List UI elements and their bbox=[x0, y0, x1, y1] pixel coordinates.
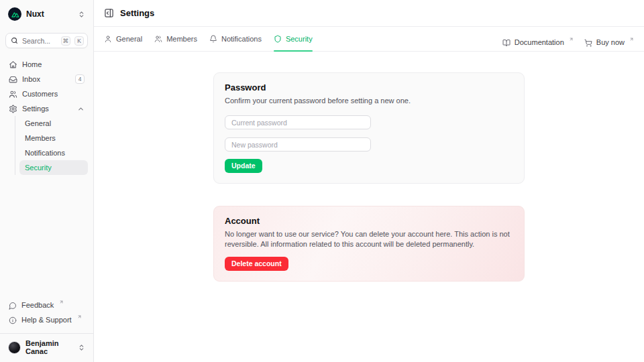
info-icon bbox=[9, 316, 17, 324]
buy-now-label: Buy now bbox=[596, 38, 625, 46]
sidebar-item-customers[interactable]: Customers bbox=[5, 86, 88, 101]
external-link-icon bbox=[629, 37, 634, 42]
password-card-title: Password bbox=[225, 82, 513, 93]
inbox-count-badge: 4 bbox=[75, 74, 85, 84]
user-name: Benjamin Canac bbox=[25, 339, 73, 355]
sidebar-item-home[interactable]: Home bbox=[5, 57, 88, 72]
search-input[interactable]: Search... ⌘ K bbox=[5, 33, 88, 48]
page-title: Settings bbox=[120, 8, 154, 18]
sidebar-spacer bbox=[5, 175, 88, 299]
sidebar-item-members[interactable]: Members bbox=[19, 131, 88, 145]
sidebar: Nuxt Search... ⌘ K Home bbox=[0, 0, 94, 362]
external-link-icon bbox=[569, 37, 574, 42]
home-icon bbox=[9, 60, 17, 69]
sidebar-item-label: Settings bbox=[22, 105, 49, 113]
feedback-link[interactable]: Feedback bbox=[5, 299, 88, 314]
tab-general[interactable]: General bbox=[104, 27, 142, 51]
avatar bbox=[8, 341, 21, 354]
sidebar-item-label: Customers bbox=[22, 90, 58, 98]
users-icon bbox=[154, 35, 162, 43]
sidebar-item-notifications[interactable]: Notifications bbox=[19, 145, 88, 160]
sub-item-label: General bbox=[25, 119, 51, 127]
kbd-k: K bbox=[74, 36, 84, 46]
message-circle-icon bbox=[9, 302, 17, 310]
sidebar-collapse-icon[interactable] bbox=[104, 8, 114, 18]
external-link-icon bbox=[77, 314, 82, 319]
sidebar-item-general[interactable]: General bbox=[19, 116, 88, 131]
settings-security-content: Password Confirm your current password b… bbox=[94, 52, 644, 362]
shopping-cart-icon bbox=[584, 39, 592, 47]
update-password-button[interactable]: Update bbox=[225, 159, 262, 173]
chevrons-up-down-icon bbox=[78, 11, 85, 18]
chevron-up-icon bbox=[77, 105, 85, 113]
account-card: Account No longer want to use our servic… bbox=[213, 206, 525, 282]
new-password-field[interactable] bbox=[225, 137, 371, 152]
tab-label: Members bbox=[166, 35, 197, 43]
search-icon bbox=[11, 37, 18, 44]
sidebar-item-inbox[interactable]: Inbox 4 bbox=[5, 72, 88, 86]
sidebar-item-settings[interactable]: Settings bbox=[5, 101, 88, 116]
tabs: General Members Notifications bbox=[104, 27, 313, 51]
sidebar-nav: Home Inbox 4 Customers Settings bbox=[5, 57, 88, 175]
password-card-description: Confirm your current password before set… bbox=[225, 96, 513, 106]
tab-members[interactable]: Members bbox=[154, 27, 197, 51]
sidebar-item-label: Home bbox=[22, 60, 42, 68]
documentation-label: Documentation bbox=[515, 38, 564, 46]
current-password-field[interactable] bbox=[225, 115, 371, 129]
nuxt-logo-icon bbox=[8, 7, 21, 21]
documentation-link[interactable]: Documentation bbox=[502, 32, 574, 47]
user-icon bbox=[104, 35, 112, 43]
users-icon bbox=[9, 90, 17, 99]
workspace-switcher[interactable]: Nuxt bbox=[5, 5, 88, 23]
sidebar-item-security[interactable]: Security bbox=[19, 160, 88, 175]
search-placeholder: Search... bbox=[22, 37, 57, 45]
tab-notifications[interactable]: Notifications bbox=[209, 27, 262, 51]
account-card-title: Account bbox=[225, 216, 513, 226]
workspace-name: Nuxt bbox=[26, 9, 44, 19]
account-card-description: No longer want to use our service? You c… bbox=[225, 229, 513, 249]
app-window: Nuxt Search... ⌘ K Home bbox=[0, 0, 644, 362]
sub-item-label: Members bbox=[25, 134, 56, 142]
main-panel: Settings General Members bbox=[94, 0, 644, 362]
bell-icon bbox=[209, 35, 217, 43]
help-support-label: Help & Support bbox=[21, 316, 72, 324]
gear-icon bbox=[9, 105, 17, 113]
page-header: Settings bbox=[94, 0, 644, 27]
shield-icon bbox=[274, 35, 282, 43]
sidebar-item-label: Inbox bbox=[22, 75, 40, 83]
kbd-meta: ⌘ bbox=[61, 36, 71, 46]
tab-security[interactable]: Security bbox=[274, 27, 313, 51]
tabbar-actions: Documentation Buy now bbox=[502, 27, 634, 51]
buy-now-link[interactable]: Buy now bbox=[584, 32, 634, 47]
tab-label: Notifications bbox=[221, 35, 262, 43]
help-support-link[interactable]: Help & Support bbox=[5, 314, 88, 328]
sub-item-label: Security bbox=[25, 164, 52, 172]
inbox-icon bbox=[9, 75, 17, 84]
user-menu[interactable]: Benjamin Canac bbox=[5, 334, 88, 357]
chevrons-up-down-icon bbox=[78, 344, 85, 351]
feedback-label: Feedback bbox=[21, 301, 54, 309]
tabbar: General Members Notifications bbox=[94, 27, 644, 52]
password-card: Password Confirm your current password b… bbox=[213, 72, 525, 184]
delete-account-button[interactable]: Delete account bbox=[225, 257, 288, 271]
sub-item-label: Notifications bbox=[25, 149, 65, 157]
tab-label: General bbox=[116, 35, 142, 43]
book-open-icon bbox=[502, 39, 511, 47]
settings-submenu: General Members Notifications Security bbox=[15, 116, 88, 175]
tab-label: Security bbox=[286, 35, 313, 43]
external-link-icon bbox=[59, 300, 64, 304]
